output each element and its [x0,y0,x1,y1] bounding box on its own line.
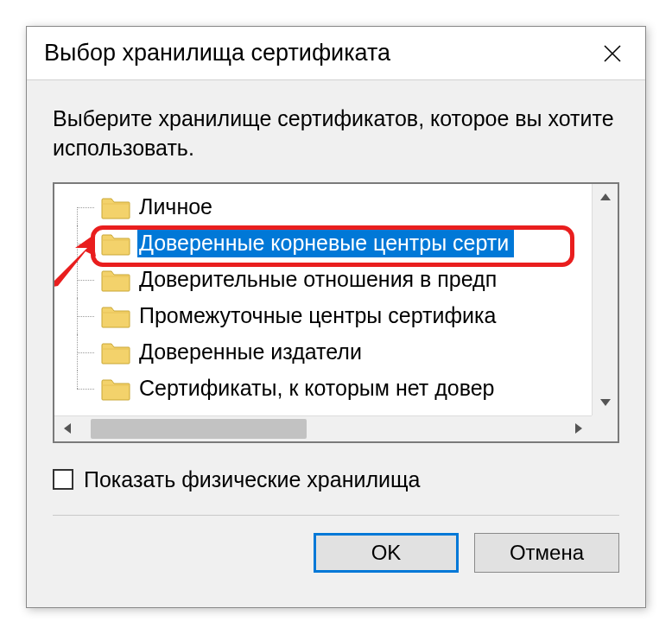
tree-item-intermediate[interactable]: Промежуточные центры сертифика [70,298,592,334]
certificate-store-dialog: Выбор хранилища сертификата Выберите хра… [26,26,646,608]
titlebar: Выбор хранилища сертификата [27,27,645,80]
svg-marker-6 [575,423,582,434]
scroll-left-button[interactable] [54,416,80,441]
chevron-right-icon [575,423,582,434]
tree-viewport[interactable]: Личное Доверенные корневые центры серти [54,184,592,415]
dialog-button-row: OK Отмена [27,516,645,573]
tree-connector [70,334,101,371]
tree-list: Личное Доверенные корневые центры серти [54,184,592,407]
svg-marker-4 [600,399,611,406]
scroll-corner [592,415,618,441]
folder-icon [101,304,130,328]
tree-item-trusted-root[interactable]: Доверенные корневые центры серти [70,225,592,262]
tree-item-trusted-publishers[interactable]: Доверенные издатели [70,334,592,371]
close-button[interactable] [590,31,635,76]
close-icon [602,43,623,64]
tree-item-label: Промежуточные центры сертифика [137,301,501,330]
certificate-store-tree: Личное Доверенные корневые центры серти [53,182,619,443]
show-physical-stores-checkbox[interactable] [53,469,73,490]
scroll-right-button[interactable] [566,416,592,441]
scroll-thumb[interactable] [91,419,307,439]
horizontal-scrollbar[interactable] [54,415,592,441]
ok-button[interactable]: OK [314,533,459,573]
tree-item-personal[interactable]: Личное [70,189,592,225]
tree-connector [70,262,101,298]
tree-item-label: Доверенные корневые центры серти [137,229,514,257]
vertical-scrollbar[interactable] [592,184,618,415]
folder-icon [101,231,130,256]
svg-marker-3 [600,193,611,200]
cancel-button[interactable]: Отмена [474,533,619,573]
tree-connector [70,298,101,334]
tree-connector [70,189,101,225]
tree-item-enterprise-trust[interactable]: Доверительные отношения в предп [70,262,592,298]
tree-item-label: Личное [137,193,218,221]
show-physical-stores-row: Показать физические хранилища [27,453,645,492]
folder-icon [101,195,130,219]
chevron-up-icon [600,193,611,200]
tree-item-label: Сертификаты, к которым нет довер [137,374,500,403]
tree-item-label: Доверительные отношения в предп [137,265,502,294]
scroll-up-button[interactable] [593,184,618,210]
tree-item-label: Доверенные издатели [137,338,367,366]
ok-button-label: OK [371,541,402,565]
dialog-title: Выбор хранилища сертификата [44,40,390,67]
tree-connector [70,225,101,262]
folder-icon [101,377,130,401]
chevron-down-icon [600,399,611,406]
folder-icon [101,340,130,365]
tree-item-untrusted[interactable]: Сертификаты, к которым нет довер [70,371,592,407]
tree-connector [70,371,101,407]
chevron-left-icon [64,423,71,434]
instruction-text: Выберите хранилище сертификатов, которое… [27,80,645,182]
scroll-down-button[interactable] [593,390,618,415]
svg-marker-5 [64,423,71,434]
cancel-button-label: Отмена [510,541,584,565]
show-physical-stores-label[interactable]: Показать физические хранилища [84,467,420,492]
folder-icon [101,268,130,292]
